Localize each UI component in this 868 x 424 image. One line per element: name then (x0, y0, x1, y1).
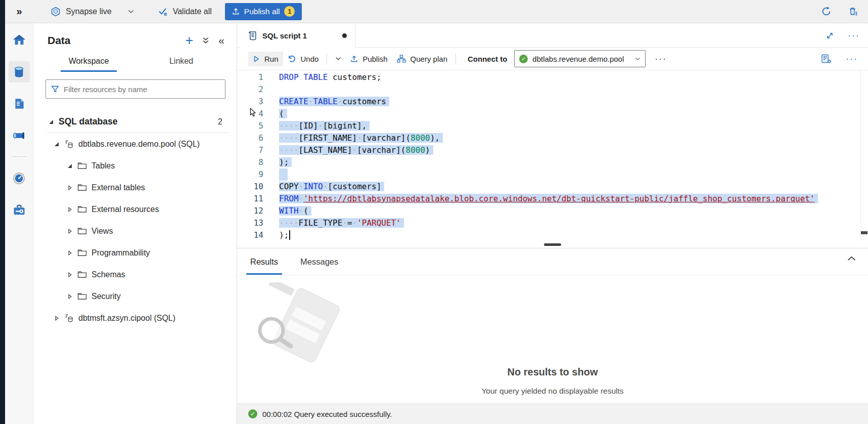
validate-all-button[interactable]: Validate all (158, 7, 212, 16)
double-chevron-down-icon[interactable] (202, 37, 209, 44)
run-options-chevron[interactable] (331, 54, 346, 64)
collapse-results-chevron-icon[interactable] (847, 256, 856, 261)
code-line-14[interactable]: 14); (237, 229, 868, 241)
code-line-3[interactable]: 3CREATE·TABLE·customers (237, 96, 868, 108)
nav-manage-button[interactable] (9, 199, 30, 221)
chevron-down-icon[interactable] (128, 10, 134, 14)
mode-selector[interactable]: Synapse live (51, 7, 134, 17)
toolbar-more-options-icon[interactable]: ··· (846, 56, 858, 61)
tab-sql-script-1[interactable]: SQL script 1 (240, 23, 355, 48)
code-line-8[interactable]: 8); (237, 156, 868, 168)
code-line-11[interactable]: 11FROM·'https://dbtlabsynapsedatalake.bl… (237, 193, 868, 205)
tree-item-programmability[interactable]: Programmability (33, 242, 237, 264)
tree-item-dbtlabs-revenue-demo-pool-sql[interactable]: dbtlabs.revenue.demo.pool (SQL) (33, 133, 237, 155)
code-line-5[interactable]: 5····[ID]·[bigint], (237, 120, 868, 132)
code-line-1[interactable]: 1DROP TABLE customers; (237, 71, 868, 83)
tab-messages[interactable]: Messages (296, 251, 342, 275)
discard-all-trash-icon[interactable] (848, 7, 858, 16)
expand-sidebar-icon[interactable]: » (5, 6, 33, 17)
undo-button[interactable]: Undo (283, 52, 324, 66)
publish-button[interactable]: Publish (346, 52, 392, 66)
tree-item-sql-database[interactable]: SQL database2 (33, 111, 237, 133)
collapse-arrow-icon[interactable] (67, 163, 77, 168)
folder-icon (77, 227, 92, 235)
query-status-message: 00:00:02 Query executed successfully. (262, 410, 392, 418)
code-line-4[interactable]: 4( (237, 108, 868, 120)
line-number: 7 (237, 144, 263, 156)
collapse-arrow-icon[interactable] (54, 142, 64, 147)
data-explorer-panel: Data + « Workspace Linked SQL database2d… (33, 23, 237, 424)
pool-selector-dropdown[interactable]: ✓ dbtlabs.revenue.demo.pool (514, 50, 646, 67)
nav-data-button[interactable] (9, 61, 30, 82)
script-properties-icon[interactable] (821, 54, 832, 64)
tab-linked[interactable]: Linked (135, 55, 227, 72)
refresh-icon[interactable] (821, 7, 831, 16)
tree-item-label: External tables (92, 183, 145, 192)
folder-icon (77, 184, 92, 191)
expand-arrow-icon[interactable] (67, 207, 77, 212)
publish-all-button[interactable]: Publish all 1 (225, 3, 302, 20)
success-check-icon: ✓ (248, 409, 257, 418)
expand-arrow-icon[interactable] (54, 316, 64, 321)
nav-develop-button[interactable] (9, 93, 30, 114)
publish-all-label: Publish all (244, 7, 280, 16)
code-line-2[interactable]: 2 (237, 83, 868, 96)
tree-item-dbtmsft-azsyn-cipool-sql[interactable]: dbtmsft.azsyn.cipool (SQL) (33, 307, 237, 329)
tree-item-label: Schemas (92, 270, 125, 279)
no-results-title: No results to show (237, 366, 868, 378)
tab-more-options-icon[interactable]: ··· (848, 33, 860, 38)
tree-item-views[interactable]: Views (33, 220, 237, 242)
filter-resources-box (45, 79, 225, 99)
scrollbar-thumb[interactable] (861, 231, 867, 234)
filter-resources-input[interactable] (64, 85, 220, 94)
nav-integrate-button[interactable] (9, 125, 30, 146)
query-plan-button[interactable]: Query plan (392, 52, 452, 66)
connection-more-options-icon[interactable]: ··· (655, 56, 667, 61)
expand-arrow-icon[interactable] (67, 250, 77, 256)
expand-arrow-icon[interactable] (67, 229, 77, 234)
query-status-bar: ✓ 00:00:02 Query executed successfully. (237, 403, 868, 424)
run-button[interactable]: Run (248, 52, 283, 66)
nav-home-button[interactable] (9, 29, 30, 51)
left-nav-rail (5, 23, 33, 424)
tree-item-security[interactable]: Security (33, 285, 237, 307)
database-icon (64, 313, 78, 323)
code-line-6[interactable]: 6····[FIRST_NAME]·[varchar](8000), (237, 132, 868, 144)
add-resource-icon[interactable]: + (186, 35, 194, 46)
collapse-panel-icon[interactable]: « (218, 35, 224, 46)
pipeline-icon (12, 129, 26, 143)
validate-check-icon (158, 7, 168, 16)
code-line-12[interactable]: 12WITH·( (237, 205, 868, 217)
splitter-handle[interactable] (544, 243, 561, 246)
code-line-7[interactable]: 7····[LAST_NAME]·[varchar](8000) (237, 144, 868, 156)
tree-item-label: dbtlabs.revenue.demo.pool (SQL) (78, 140, 200, 149)
line-number: 6 (237, 132, 263, 144)
toolbar-divider (455, 53, 456, 64)
expand-arrow-icon[interactable] (67, 272, 77, 277)
tab-workspace[interactable]: Workspace (42, 55, 135, 72)
code-line-9[interactable]: 9 (237, 168, 868, 181)
code-line-10[interactable]: 10COPY·INTO·[customers] (237, 181, 868, 193)
tab-results[interactable]: Results (246, 251, 282, 275)
undo-icon (288, 55, 296, 63)
chevron-down-icon (635, 57, 641, 61)
sql-code-editor[interactable]: 1DROP TABLE customers;23CREATE·TABLE·cus… (237, 70, 868, 241)
tree-item-schemas[interactable]: Schemas (33, 264, 237, 285)
line-number: 12 (237, 205, 263, 217)
chevron-down-icon (335, 57, 341, 61)
tree-item-tables[interactable]: Tables (33, 155, 237, 177)
expand-editor-icon[interactable] (826, 32, 834, 39)
line-number: 13 (237, 217, 263, 229)
expand-arrow-icon[interactable] (67, 185, 77, 190)
tree-item-label: Tables (92, 161, 115, 171)
tree-item-external-resources[interactable]: External resources (33, 198, 237, 220)
filter-funnel-icon (51, 86, 59, 93)
collapse-arrow-icon[interactable] (49, 119, 59, 124)
tree-item-external-tables[interactable]: External tables (33, 177, 237, 198)
tree-item-label: External resources (92, 205, 159, 214)
editor-scrollbar[interactable] (860, 70, 868, 241)
nav-monitor-button[interactable] (9, 167, 30, 189)
panel-resize-area (237, 241, 868, 248)
expand-arrow-icon[interactable] (67, 294, 77, 299)
code-line-13[interactable]: 13····FILE_TYPE·=·'PARQUET' (237, 217, 868, 229)
